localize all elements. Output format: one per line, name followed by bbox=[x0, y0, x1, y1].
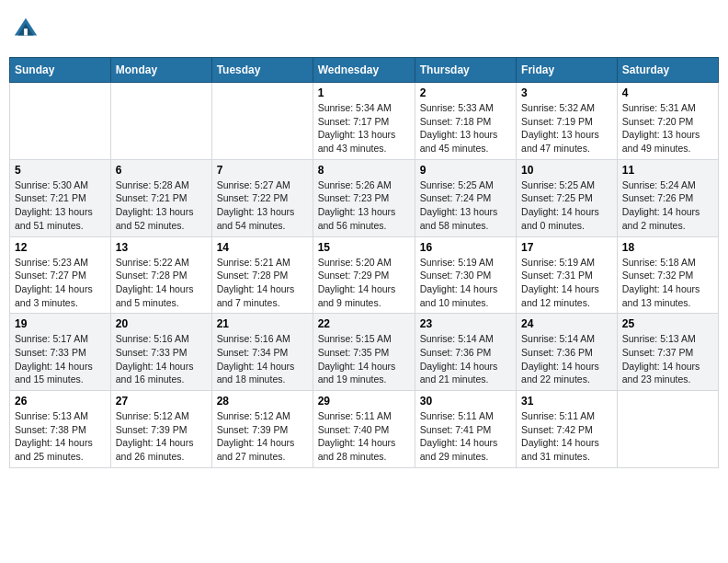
daylight: Daylight: 14 hours and 26 minutes. bbox=[116, 437, 194, 462]
day-number: 16 bbox=[420, 241, 511, 254]
calendar-cell bbox=[211, 83, 313, 160]
daylight: Daylight: 14 hours and 7 minutes. bbox=[217, 283, 295, 308]
day-number: 21 bbox=[217, 317, 308, 330]
day-number: 18 bbox=[622, 241, 713, 254]
day-number: 17 bbox=[521, 241, 612, 254]
day-info: Sunrise: 5:19 AM Sunset: 7:30 PM Dayligh… bbox=[420, 256, 511, 310]
sunset: Sunset: 7:32 PM bbox=[622, 270, 694, 281]
day-number: 11 bbox=[622, 164, 713, 177]
day-number: 14 bbox=[217, 241, 308, 254]
calendar-cell: 31 Sunrise: 5:11 AM Sunset: 7:42 PM Dayl… bbox=[517, 391, 618, 468]
day-info: Sunrise: 5:11 AM Sunset: 7:42 PM Dayligh… bbox=[521, 409, 612, 464]
calendar-cell: 18 Sunrise: 5:18 AM Sunset: 7:32 PM Dayl… bbox=[617, 236, 718, 314]
daylight: Daylight: 14 hours and 9 minutes. bbox=[318, 283, 396, 308]
sunset: Sunset: 7:28 PM bbox=[116, 270, 188, 281]
sunset: Sunset: 7:42 PM bbox=[521, 424, 593, 435]
day-info: Sunrise: 5:22 AM Sunset: 7:28 PM Dayligh… bbox=[116, 256, 207, 310]
day-info: Sunrise: 5:30 AM Sunset: 7:21 PM Dayligh… bbox=[15, 178, 106, 233]
day-number: 10 bbox=[521, 164, 612, 177]
calendar-cell: 16 Sunrise: 5:19 AM Sunset: 7:30 PM Dayl… bbox=[415, 236, 516, 314]
calendar-cell: 23 Sunrise: 5:14 AM Sunset: 7:36 PM Dayl… bbox=[415, 314, 516, 391]
day-info: Sunrise: 5:26 AM Sunset: 7:23 PM Dayligh… bbox=[318, 178, 410, 233]
calendar-cell: 11 Sunrise: 5:24 AM Sunset: 7:26 PM Dayl… bbox=[617, 159, 718, 236]
daylight: Daylight: 14 hours and 28 minutes. bbox=[318, 437, 396, 462]
daylight: Daylight: 14 hours and 22 minutes. bbox=[521, 361, 599, 385]
day-info: Sunrise: 5:25 AM Sunset: 7:24 PM Dayligh… bbox=[420, 178, 511, 233]
calendar-cell: 19 Sunrise: 5:17 AM Sunset: 7:33 PM Dayl… bbox=[10, 314, 111, 391]
sunset: Sunset: 7:39 PM bbox=[217, 424, 289, 435]
day-info: Sunrise: 5:13 AM Sunset: 7:38 PM Dayligh… bbox=[15, 409, 106, 464]
daylight: Daylight: 14 hours and 10 minutes. bbox=[420, 283, 498, 308]
day-number: 13 bbox=[116, 241, 207, 254]
daylight: Daylight: 13 hours and 49 minutes. bbox=[622, 129, 700, 154]
calendar-week-1: 1 Sunrise: 5:34 AM Sunset: 7:17 PM Dayli… bbox=[10, 83, 719, 160]
day-number: 31 bbox=[521, 395, 612, 408]
sunset: Sunset: 7:24 PM bbox=[420, 192, 492, 203]
day-info: Sunrise: 5:14 AM Sunset: 7:36 PM Dayligh… bbox=[521, 332, 612, 386]
day-number: 29 bbox=[318, 395, 410, 408]
sunrise: Sunrise: 5:21 AM bbox=[217, 257, 290, 268]
sunrise: Sunrise: 5:23 AM bbox=[15, 257, 88, 268]
day-info: Sunrise: 5:19 AM Sunset: 7:31 PM Dayligh… bbox=[521, 256, 612, 310]
day-number: 30 bbox=[420, 395, 511, 408]
daylight: Daylight: 13 hours and 54 minutes. bbox=[217, 206, 295, 231]
calendar-week-2: 5 Sunrise: 5:30 AM Sunset: 7:21 PM Dayli… bbox=[10, 159, 719, 236]
sunrise: Sunrise: 5:18 AM bbox=[622, 257, 696, 268]
day-number: 1 bbox=[318, 86, 410, 99]
daylight: Daylight: 14 hours and 29 minutes. bbox=[420, 437, 498, 462]
calendar-cell: 26 Sunrise: 5:13 AM Sunset: 7:38 PM Dayl… bbox=[10, 391, 111, 468]
sunset: Sunset: 7:19 PM bbox=[521, 116, 593, 127]
daylight: Daylight: 14 hours and 23 minutes. bbox=[622, 361, 700, 385]
day-number: 8 bbox=[318, 164, 410, 177]
day-number: 19 bbox=[15, 317, 106, 330]
daylight: Daylight: 13 hours and 43 minutes. bbox=[318, 129, 396, 154]
day-number: 20 bbox=[116, 317, 207, 330]
sunrise: Sunrise: 5:25 AM bbox=[521, 179, 595, 190]
daylight: Daylight: 13 hours and 47 minutes. bbox=[521, 129, 599, 154]
calendar-cell: 28 Sunrise: 5:12 AM Sunset: 7:39 PM Dayl… bbox=[211, 391, 313, 468]
sunset: Sunset: 7:41 PM bbox=[420, 424, 492, 435]
daylight: Daylight: 14 hours and 31 minutes. bbox=[521, 437, 599, 462]
daylight: Daylight: 13 hours and 45 minutes. bbox=[420, 129, 498, 154]
day-info: Sunrise: 5:32 AM Sunset: 7:19 PM Dayligh… bbox=[521, 101, 612, 155]
calendar-cell: 17 Sunrise: 5:19 AM Sunset: 7:31 PM Dayl… bbox=[517, 236, 618, 314]
sunset: Sunset: 7:37 PM bbox=[622, 347, 694, 358]
daylight: Daylight: 14 hours and 27 minutes. bbox=[217, 437, 295, 462]
calendar-cell: 24 Sunrise: 5:14 AM Sunset: 7:36 PM Dayl… bbox=[517, 314, 618, 391]
calendar-cell: 5 Sunrise: 5:30 AM Sunset: 7:21 PM Dayli… bbox=[10, 159, 111, 236]
day-info: Sunrise: 5:28 AM Sunset: 7:21 PM Dayligh… bbox=[116, 178, 207, 233]
day-number: 27 bbox=[116, 395, 207, 408]
day-info: Sunrise: 5:23 AM Sunset: 7:27 PM Dayligh… bbox=[15, 256, 106, 310]
sunset: Sunset: 7:25 PM bbox=[521, 192, 593, 203]
weekday-header-friday: Friday bbox=[517, 58, 618, 83]
sunrise: Sunrise: 5:32 AM bbox=[521, 102, 595, 113]
calendar-cell: 8 Sunrise: 5:26 AM Sunset: 7:23 PM Dayli… bbox=[313, 159, 415, 236]
sunrise: Sunrise: 5:17 AM bbox=[15, 333, 88, 344]
sunset: Sunset: 7:22 PM bbox=[217, 192, 289, 203]
calendar-cell bbox=[617, 391, 718, 468]
sunset: Sunset: 7:34 PM bbox=[217, 347, 289, 358]
day-number: 26 bbox=[15, 395, 106, 408]
day-info: Sunrise: 5:24 AM Sunset: 7:26 PM Dayligh… bbox=[622, 178, 713, 233]
sunset: Sunset: 7:27 PM bbox=[15, 270, 86, 281]
calendar-cell: 6 Sunrise: 5:28 AM Sunset: 7:21 PM Dayli… bbox=[110, 159, 211, 236]
daylight: Daylight: 13 hours and 58 minutes. bbox=[420, 206, 498, 231]
sunrise: Sunrise: 5:15 AM bbox=[318, 333, 392, 344]
calendar-cell: 14 Sunrise: 5:21 AM Sunset: 7:28 PM Dayl… bbox=[211, 236, 313, 314]
day-info: Sunrise: 5:27 AM Sunset: 7:22 PM Dayligh… bbox=[217, 178, 308, 233]
sunrise: Sunrise: 5:14 AM bbox=[521, 333, 595, 344]
daylight: Daylight: 14 hours and 21 minutes. bbox=[420, 361, 498, 385]
day-info: Sunrise: 5:21 AM Sunset: 7:28 PM Dayligh… bbox=[217, 256, 308, 310]
sunset: Sunset: 7:33 PM bbox=[116, 347, 188, 358]
day-info: Sunrise: 5:16 AM Sunset: 7:34 PM Dayligh… bbox=[217, 332, 308, 386]
calendar-cell: 7 Sunrise: 5:27 AM Sunset: 7:22 PM Dayli… bbox=[211, 159, 313, 236]
sunrise: Sunrise: 5:11 AM bbox=[318, 410, 392, 421]
calendar-table: SundayMondayTuesdayWednesdayThursdayFrid… bbox=[9, 57, 719, 468]
calendar-cell: 3 Sunrise: 5:32 AM Sunset: 7:19 PM Dayli… bbox=[517, 83, 618, 160]
daylight: Daylight: 14 hours and 5 minutes. bbox=[116, 283, 194, 308]
day-number: 4 bbox=[622, 86, 713, 99]
day-info: Sunrise: 5:20 AM Sunset: 7:29 PM Dayligh… bbox=[318, 256, 410, 310]
calendar-cell: 22 Sunrise: 5:15 AM Sunset: 7:35 PM Dayl… bbox=[313, 314, 415, 391]
daylight: Daylight: 14 hours and 15 minutes. bbox=[15, 361, 93, 385]
calendar-cell: 20 Sunrise: 5:16 AM Sunset: 7:33 PM Dayl… bbox=[110, 314, 211, 391]
